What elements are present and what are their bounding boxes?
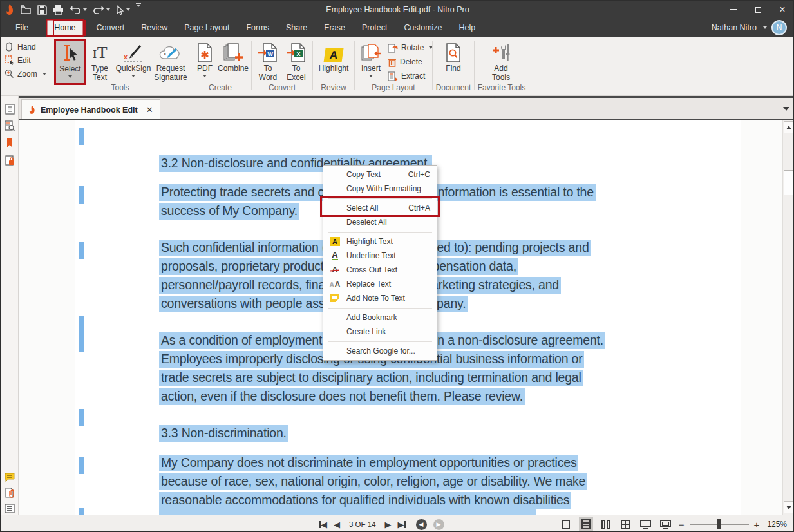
avatar[interactable]: N bbox=[771, 20, 787, 35]
zoom-tool-button[interactable]: Zoom bbox=[5, 67, 50, 81]
ribbon-group-page-layout: Insert Rotate Delete Extract Page La bbox=[355, 38, 431, 93]
tab-forms[interactable]: Forms bbox=[238, 19, 277, 37]
nitro-pro-window: Employee Handbook Edit.pdf - Nitro Pro ×… bbox=[0, 0, 794, 532]
document-tab[interactable]: Employee Handbook Edit ✕ bbox=[21, 99, 160, 120]
to-excel-button[interactable]: X To Excel bbox=[283, 39, 309, 82]
full-screen-button[interactable] bbox=[639, 517, 653, 531]
ribbon-group-review: A Highlight Review bbox=[314, 38, 354, 93]
request-signature-button[interactable]: x Request Signature bbox=[153, 39, 189, 82]
user-menu[interactable]: Nathan Nitro N bbox=[712, 19, 787, 37]
underline-text-icon: A bbox=[329, 251, 341, 261]
highlight-icon: A bbox=[325, 39, 343, 62]
menu-item-replace-text[interactable]: AA Replace Text bbox=[323, 277, 437, 291]
doc-line: reasonable accommodations for qualified … bbox=[159, 492, 571, 509]
tab-convert[interactable]: Convert bbox=[88, 19, 133, 37]
close-document-icon[interactable]: ✕ bbox=[146, 105, 153, 115]
select-button[interactable]: Select bbox=[55, 39, 85, 84]
single-page-view-button[interactable] bbox=[559, 517, 573, 531]
rotate-button[interactable]: Rotate bbox=[388, 41, 433, 55]
find-button[interactable]: Find bbox=[440, 39, 467, 73]
tab-home[interactable]: Home bbox=[46, 19, 84, 37]
quicksign-button[interactable]: x QuickSign bbox=[114, 39, 153, 77]
selection-mark bbox=[79, 242, 84, 259]
menu-item-cross-out-text[interactable]: A Cross Out Text bbox=[323, 263, 437, 277]
zoom-in-button[interactable]: + bbox=[754, 519, 760, 530]
menu-item-deselect-all[interactable]: Deselect All bbox=[323, 215, 437, 229]
tab-help[interactable]: Help bbox=[451, 19, 484, 37]
select-dropdown-caret bbox=[68, 75, 72, 78]
tab-list-dropdown[interactable] bbox=[783, 107, 789, 111]
menu-item-copy-text[interactable]: Copy Text Ctrl+C bbox=[323, 167, 437, 182]
bookmarks-panel-button[interactable] bbox=[3, 136, 16, 149]
insert-button[interactable]: Insert bbox=[358, 39, 384, 77]
type-text-button[interactable]: ɪT Type Text bbox=[88, 39, 111, 82]
menu-item-copy-with-formatting[interactable]: Copy With Formatting bbox=[323, 182, 437, 196]
to-word-button[interactable]: W To Word bbox=[255, 39, 281, 82]
grid-view-button[interactable] bbox=[619, 517, 633, 531]
doc-heading: 3.3 Non-discrimination. bbox=[159, 425, 288, 442]
page-indicator: 3 OF 14 bbox=[346, 520, 379, 528]
comments-panel-button[interactable] bbox=[3, 471, 16, 484]
tab-review[interactable]: Review bbox=[133, 19, 176, 37]
continuous-view-button[interactable] bbox=[579, 517, 593, 531]
page-navigation: ◀ ◀ 3 OF 14 ▶ ▶ ◀ ▶ bbox=[319, 515, 444, 532]
zoom-out-button[interactable]: − bbox=[679, 519, 685, 530]
zoom-slider-handle[interactable] bbox=[717, 519, 721, 529]
pdf-button[interactable]: PDF bbox=[193, 39, 217, 77]
selection-mark bbox=[79, 457, 84, 474]
extract-button[interactable]: Extract bbox=[388, 69, 433, 83]
edit-tool-button[interactable]: Edit bbox=[5, 53, 50, 67]
delete-button[interactable]: Delete bbox=[388, 55, 433, 69]
last-page-button[interactable]: ▶ bbox=[398, 520, 406, 529]
selection-mark bbox=[79, 508, 84, 515]
facing-pages-view-button[interactable] bbox=[599, 517, 613, 531]
menu-item-select-all[interactable]: Select All Ctrl+A bbox=[323, 201, 437, 215]
add-tools-button[interactable]: Add Tools bbox=[486, 39, 516, 82]
output-panel-button[interactable] bbox=[3, 502, 16, 515]
pdf-dropdown-caret bbox=[203, 75, 207, 77]
tab-share[interactable]: Share bbox=[278, 19, 316, 37]
hand-icon bbox=[5, 42, 14, 52]
search-panel-button[interactable] bbox=[3, 119, 16, 132]
full-page-mode-button[interactable] bbox=[659, 517, 673, 531]
pages-panel-button[interactable] bbox=[3, 102, 16, 115]
zoom-dropdown-caret bbox=[43, 73, 46, 75]
menu-item-create-link[interactable]: Create Link bbox=[323, 325, 437, 339]
scrollbar-thumb[interactable] bbox=[784, 170, 793, 195]
tab-file[interactable]: File bbox=[7, 19, 37, 37]
highlight-button[interactable]: A Highlight bbox=[315, 39, 352, 73]
tab-protect[interactable]: Protect bbox=[354, 19, 396, 37]
menu-item-highlight-text[interactable]: A Highlight Text bbox=[323, 234, 437, 249]
tab-customize[interactable]: Customize bbox=[396, 19, 451, 37]
type-text-icon: ɪT bbox=[92, 39, 107, 62]
minimize-button[interactable] bbox=[721, 1, 746, 19]
menu-separator bbox=[328, 341, 432, 342]
menu-item-add-bookmark[interactable]: Add Bookmark bbox=[323, 310, 437, 325]
doc-line: trade secrets are subject to disciplinar… bbox=[159, 370, 583, 386]
ribbon-group-favorite-tools: Add Tools Favorite Tools bbox=[475, 38, 528, 93]
close-button[interactable]: × bbox=[770, 1, 794, 19]
tab-page-layout[interactable]: Page Layout bbox=[176, 19, 238, 37]
zoom-slider[interactable] bbox=[690, 524, 749, 525]
security-panel-button[interactable] bbox=[3, 154, 16, 167]
extract-icon bbox=[388, 71, 398, 81]
combine-button[interactable]: Combine bbox=[217, 39, 249, 73]
menu-item-search-google[interactable]: Search Google for... bbox=[323, 344, 437, 358]
maximize-button[interactable] bbox=[746, 1, 770, 19]
vertical-scrollbar[interactable] bbox=[782, 120, 793, 515]
attachments-panel-button[interactable] bbox=[3, 486, 16, 499]
previous-page-button[interactable]: ◀ bbox=[334, 520, 340, 529]
menu-item-underline-text[interactable]: A Underline Text bbox=[323, 249, 437, 263]
tab-erase[interactable]: Erase bbox=[316, 19, 354, 37]
hand-tool-button[interactable]: Hand bbox=[5, 40, 50, 53]
view-history-back-button[interactable]: ◀ bbox=[416, 519, 427, 530]
menu-item-add-note-to-text[interactable]: Add Note To Text bbox=[323, 291, 437, 305]
menu-separator bbox=[328, 198, 432, 199]
scroll-down-button[interactable] bbox=[784, 501, 793, 513]
next-page-button[interactable]: ▶ bbox=[385, 520, 392, 529]
view-history-forward-button[interactable]: ▶ bbox=[433, 519, 444, 530]
svg-text:W: W bbox=[267, 51, 273, 57]
selection-mark bbox=[79, 186, 84, 204]
first-page-button[interactable]: ◀ bbox=[319, 520, 327, 529]
scroll-up-button[interactable] bbox=[784, 121, 793, 133]
